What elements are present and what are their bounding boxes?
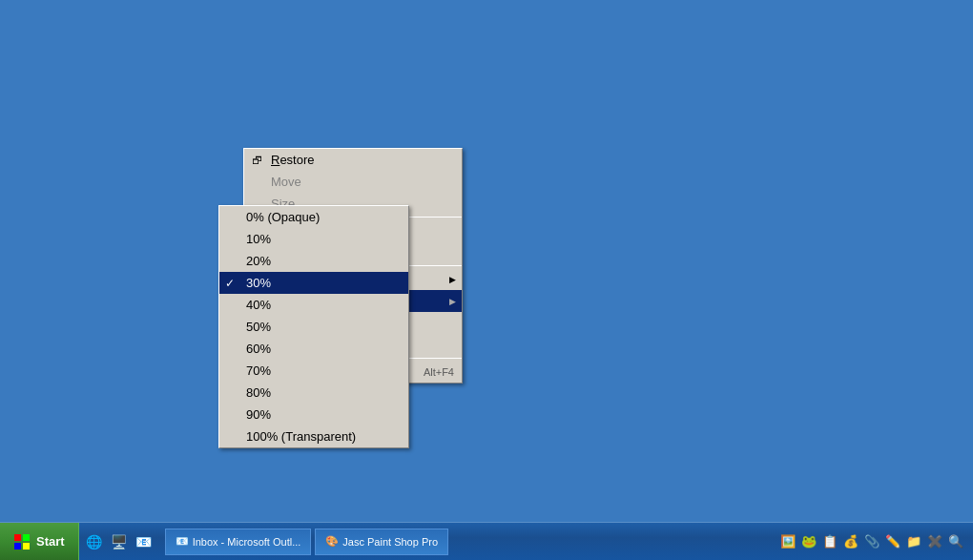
- taskbar-tasks: 📧 Inbox - Microsoft Outl... 🎨 Jasc Paint…: [159, 529, 452, 555]
- move-label: Move: [271, 175, 301, 189]
- tray-icon-3[interactable]: 📋: [820, 532, 839, 551]
- 60pct-label: 60%: [246, 342, 271, 356]
- 50pct-label: 50%: [246, 320, 271, 334]
- paintshop-task-label: Jasc Paint Shop Pro: [342, 536, 438, 548]
- submenu-item-70pct[interactable]: 70%: [219, 360, 408, 382]
- 70pct-label: 70%: [246, 363, 271, 378]
- submenu-item-100pct[interactable]: 100% (Transparent): [219, 425, 408, 447]
- transparency-arrow-icon: ▶: [449, 297, 456, 306]
- menu-item-restore[interactable]: 🗗 Restore: [244, 149, 462, 171]
- tray-icon-1[interactable]: 🖼️: [778, 532, 797, 551]
- submenu-item-20pct[interactable]: 20%: [219, 250, 408, 272]
- outlook-task-label: Inbox - Microsoft Outl...: [193, 536, 301, 548]
- submenu-item-80pct[interactable]: 80%: [219, 382, 408, 404]
- transparency-submenu: 0% (Opaque) 10% 20% ✓ 30% 40% 50% 60% 70…: [218, 205, 409, 448]
- tray-icon-6[interactable]: ✏️: [883, 532, 902, 551]
- svg-rect-1: [23, 534, 30, 541]
- ie-icon[interactable]: 🌐: [83, 530, 106, 553]
- system-tray: 🖼️ 🐸 📋 💰 📎 ✏️ 📁 ✖️ 🔍: [771, 523, 973, 560]
- menu-item-move: Move: [244, 171, 462, 193]
- tray-icon-5[interactable]: 📎: [862, 532, 881, 551]
- submenu-item-30pct[interactable]: ✓ 30%: [219, 272, 408, 294]
- priority-arrow-icon: ▶: [449, 275, 456, 284]
- tray-icon-4[interactable]: 💰: [841, 532, 860, 551]
- 80pct-label: 80%: [246, 385, 271, 400]
- svg-rect-2: [14, 543, 21, 550]
- svg-rect-3: [23, 543, 30, 550]
- taskbar-task-paintshop[interactable]: 🎨 Jasc Paint Shop Pro: [315, 529, 448, 555]
- submenu-item-50pct[interactable]: 50%: [219, 316, 408, 338]
- restore-label: Restore: [271, 153, 315, 167]
- taskbar-task-outlook[interactable]: 📧 Inbox - Microsoft Outl...: [165, 529, 312, 555]
- outlook-task-icon: 📧: [176, 535, 189, 548]
- 20pct-label: 20%: [246, 254, 271, 268]
- paintshop-task-icon: 🎨: [325, 535, 339, 548]
- check-icon: ✓: [225, 277, 235, 290]
- 0pct-label: 0% (Opaque): [246, 210, 320, 224]
- taskbar: Start 🌐 🖥️ 📧 📧 Inbox - Microsoft Outl...…: [0, 522, 973, 560]
- start-button[interactable]: Start: [0, 523, 79, 560]
- 10pct-label: 10%: [246, 232, 271, 246]
- restore-icon: 🗗: [248, 152, 265, 169]
- submenu-item-90pct[interactable]: 90%: [219, 404, 408, 425]
- 30pct-label: 30%: [246, 276, 271, 290]
- submenu-item-10pct[interactable]: 10%: [219, 228, 408, 250]
- close-shortcut: Alt+F4: [424, 366, 454, 378]
- start-label: Start: [36, 534, 65, 549]
- tray-icon-9[interactable]: 🔍: [946, 532, 965, 551]
- start-icon: [13, 533, 31, 550]
- tray-icon-8[interactable]: ✖️: [925, 532, 944, 551]
- desktop: 🗗 Restore Move Size — Minimize Maximize …: [0, 0, 973, 560]
- quick-launch: 🌐 🖥️ 📧: [79, 523, 159, 560]
- submenu-item-60pct[interactable]: 60%: [219, 338, 408, 360]
- submenu-item-0pct[interactable]: 0% (Opaque): [219, 206, 408, 228]
- svg-rect-0: [14, 534, 21, 541]
- 90pct-label: 90%: [246, 407, 271, 422]
- submenu-item-40pct[interactable]: 40%: [219, 294, 408, 316]
- tray-icon-7[interactable]: 📁: [904, 532, 923, 551]
- 100pct-label: 100% (Transparent): [246, 429, 356, 444]
- outlook-quick-icon[interactable]: 📧: [133, 530, 155, 553]
- 40pct-label: 40%: [246, 298, 271, 312]
- network-icon[interactable]: 🖥️: [108, 530, 131, 553]
- tray-icon-2[interactable]: 🐸: [799, 532, 818, 551]
